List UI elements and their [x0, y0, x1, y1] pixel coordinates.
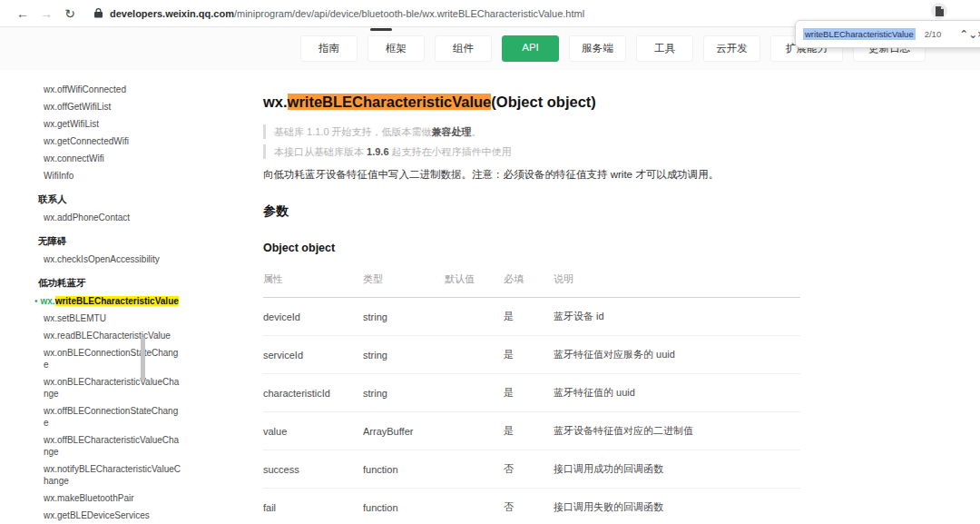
nav-tab[interactable]: 框架 [368, 35, 425, 62]
table-cell: string [363, 374, 445, 412]
table-row: characteristicIdstring是蓝牙特征值的 uuid [263, 374, 800, 412]
table-cell: 蓝牙设备 id [554, 298, 800, 336]
table-cell: function [363, 489, 445, 524]
table-cell: 是 [504, 336, 554, 374]
table-cell: ArrayBuffer [363, 412, 445, 450]
tab-indicator [370, 28, 392, 31]
sidebar-item[interactable]: wx.offBLEConnectionStateChange [44, 402, 181, 431]
table-cell: 是 [504, 412, 554, 450]
table-header-cell: 属性 [263, 267, 363, 298]
table-cell: characteristicId [263, 374, 363, 412]
table-cell [445, 336, 504, 374]
table-cell: deviceId [263, 298, 363, 336]
address-bar[interactable]: developers.weixin.qq.com/miniprogram/dev… [94, 8, 584, 19]
nav-tab[interactable]: 组件 [435, 35, 492, 62]
table-row: valueArrayBuffer是蓝牙设备特征值对应的二进制值 [263, 412, 800, 450]
nav-tab[interactable]: 云开发 [703, 35, 760, 62]
sidebar: wx.offWifiConnectedwx.offGetWifiListwx.g… [0, 70, 191, 523]
url-path: /miniprogram/dev/api/device/bluetooth-bl… [234, 8, 584, 19]
sidebar-item[interactable]: wx.setBLEMTU [44, 310, 181, 327]
table-cell: 接口调用成功的回调函数 [554, 450, 800, 489]
table-header-cell: 说明 [554, 267, 800, 298]
table-cell: 是 [504, 298, 554, 336]
sidebar-scrollbar[interactable] [141, 337, 145, 381]
sidebar-item[interactable]: wx.getConnectedWifi [44, 133, 181, 150]
table-cell [445, 489, 504, 524]
forward-icon[interactable]: → [34, 6, 58, 21]
table-cell: success [263, 450, 363, 489]
find-next-icon[interactable]: ⌄ [968, 29, 977, 40]
table-cell: function [363, 450, 445, 489]
table-header-cell: 默认值 [445, 267, 504, 298]
active-bullet-icon: • [34, 296, 38, 306]
find-match-count: 2/10 [925, 29, 942, 39]
sidebar-item-prefix: wx. [41, 296, 55, 306]
extension-icon[interactable] [931, 3, 947, 19]
sidebar-item[interactable]: wx.onBLECharacteristicValueChange [44, 373, 181, 402]
sidebar-section-header: 联系人 [38, 190, 191, 209]
note-text: 基础库 1.1.0 开始支持，低版本需做 [274, 126, 432, 137]
sidebar-item[interactable]: wx.readBLECharacteristicValue [44, 327, 181, 344]
sidebar-item[interactable]: wx.getBLEDeviceServices [44, 507, 181, 523]
nav-tab[interactable]: 指南 [300, 35, 358, 62]
sidebar-item[interactable]: •wx.writeBLECharacteristicValue [44, 292, 181, 310]
back-icon[interactable]: ← [11, 6, 34, 21]
table-cell: 蓝牙设备特征值对应的二进制值 [554, 412, 800, 450]
table-cell: 否 [504, 489, 554, 524]
table-cell [445, 374, 504, 412]
sidebar-item[interactable]: wx.offGetWifiList [44, 98, 181, 115]
plugin-note: 本接口从基础库版本 1.9.6 起支持在小程序插件中使用 [263, 144, 980, 159]
param-table-body: deviceIdstring是蓝牙设备 idserviceIdstring是蓝牙… [263, 298, 800, 524]
title-prefix: wx. [263, 94, 288, 110]
nav-tab[interactable]: 工具 [636, 35, 693, 62]
table-cell: 否 [504, 450, 554, 489]
table-cell [445, 298, 504, 336]
sidebar-item[interactable]: WifiInfo [44, 167, 181, 184]
note-text: 起支持在小程序插件中使用 [389, 146, 512, 157]
param-table-head: 属性类型默认值必填说明 [263, 267, 800, 298]
params-heading: 参数 [263, 203, 980, 220]
find-bar[interactable]: writeBLECharacteristicValue 2/10 ⌃ ⌄ × [795, 20, 980, 48]
sidebar-item[interactable]: wx.makeBluetoothPair [44, 489, 181, 507]
table-cell: fail [263, 489, 363, 524]
support-note: 基础库 1.1.0 开始支持，低版本需做兼容处理。 [263, 124, 980, 139]
params-table: 属性类型默认值必填说明 deviceIdstring是蓝牙设备 idservic… [263, 267, 800, 524]
reload-icon[interactable]: ↻ [58, 6, 82, 21]
sidebar-item[interactable]: wx.offBLECharacteristicValueChange [44, 431, 181, 460]
sidebar-item-find-highlight: writeBLECharacteristicValue [55, 296, 179, 306]
api-description: 向低功耗蓝牙设备特征值中写入二进制数据。注意：必须设备的特征值支持 write … [263, 167, 980, 182]
table-row: successfunction否接口调用成功的回调函数 [263, 450, 800, 489]
find-previous-icon[interactable]: ⌃ [959, 29, 968, 40]
note-version: 1.9.6 [367, 146, 388, 157]
sidebar-item[interactable]: wx.connectWifi [44, 150, 181, 167]
note-link[interactable]: 兼容处理 [432, 126, 472, 137]
table-row: serviceIdstring是蓝牙特征值对应服务的 uuid [263, 336, 800, 374]
sidebar-section-header: 低功耗蓝牙 [38, 273, 191, 292]
lock-icon [94, 8, 103, 18]
nav-tab[interactable]: 服务端 [569, 35, 626, 62]
sidebar-item[interactable]: wx.getWifiList [44, 115, 181, 133]
table-header-cell: 必填 [504, 267, 554, 298]
table-cell: serviceId [263, 336, 363, 374]
doc-content: wx.writeBLECharacteristicValue(Object ob… [191, 70, 980, 523]
title-suffix: (Object object) [491, 94, 596, 110]
find-query-input[interactable]: writeBLECharacteristicValue [803, 28, 916, 40]
sidebar-item[interactable]: wx.checkIsOpenAccessibility [44, 251, 181, 268]
url-domain: developers.weixin.qq.com [110, 8, 234, 19]
sidebar-section-header: 无障碍 [38, 232, 191, 251]
page-title: wx.writeBLECharacteristicValue(Object ob… [263, 94, 980, 111]
title-find-highlight: writeBLECharacteristicValue [288, 94, 492, 110]
note-text: 本接口从基础库版本 [274, 146, 367, 157]
table-cell: 接口调用失败的回调函数 [554, 489, 800, 524]
table-cell [445, 450, 504, 489]
object-heading: Object object [263, 242, 980, 254]
sidebar-item[interactable]: wx.notifyBLECharacteristicValueChange [44, 460, 181, 489]
sidebar-item[interactable]: wx.offWifiConnected [44, 81, 181, 98]
table-cell: value [263, 412, 363, 450]
sidebar-item[interactable]: wx.addPhoneContact [44, 209, 181, 226]
sidebar-item[interactable]: wx.onBLEConnectionStateChange [44, 344, 181, 373]
nav-tab[interactable]: API [502, 35, 559, 62]
table-row: failfunction否接口调用失败的回调函数 [263, 489, 800, 524]
table-cell [445, 412, 504, 450]
table-cell: 蓝牙特征值的 uuid [554, 374, 800, 412]
